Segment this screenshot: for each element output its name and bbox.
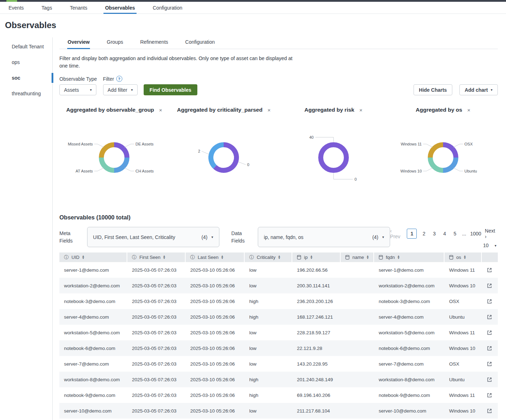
segment-label-40: 40 bbox=[309, 135, 313, 139]
column-header-criticality[interactable]: ⓘCriticality▲▼ bbox=[245, 252, 292, 262]
fields-row: Meta Fields UID, First Seen, Last Seen, … bbox=[59, 226, 498, 248]
sidebar-item-soc[interactable]: soc bbox=[0, 70, 52, 86]
column-header-first-seen[interactable]: ⓘFirst Seen▲▼ bbox=[127, 252, 186, 262]
sidebar-item-threathunting[interactable]: threathunting bbox=[0, 86, 52, 101]
tab-configuration[interactable]: Configuration bbox=[185, 37, 215, 49]
cell-first-seen: 2025-03-05 07:26:03 bbox=[127, 361, 186, 367]
column-header-last-seen[interactable]: ⓘLast Seen▲▼ bbox=[186, 252, 245, 262]
page-2[interactable]: 2 bbox=[421, 231, 427, 236]
cell-ip: 236.203.200.126 bbox=[292, 299, 341, 304]
tab-groups[interactable]: Groups bbox=[106, 37, 123, 49]
page-5[interactable]: 5 bbox=[452, 231, 458, 236]
close-icon[interactable]: × bbox=[467, 107, 470, 113]
column-header-fqdn[interactable]: fqdn▲▼ bbox=[374, 252, 444, 262]
page-size-select[interactable]: 10 ▾ bbox=[483, 243, 496, 248]
nav-item-observables[interactable]: Observables bbox=[104, 2, 135, 14]
donut-segment-at-assets bbox=[101, 158, 114, 170]
sidebar-item-default-tenant[interactable]: Default Tenant bbox=[0, 39, 52, 54]
sort-icon[interactable]: ▲▼ bbox=[278, 255, 280, 259]
page-1000[interactable]: 1000 bbox=[470, 231, 481, 236]
database-icon bbox=[379, 255, 383, 260]
cell-os: Windows 10 bbox=[444, 283, 482, 288]
cell-actions bbox=[482, 408, 498, 414]
cell-os: Windows 11 bbox=[444, 393, 482, 398]
prev-page-button[interactable]: ‹ Prev bbox=[390, 228, 403, 239]
column-label: First Seen bbox=[139, 255, 160, 260]
cell-first-seen: 2025-03-05 07:26:03 bbox=[127, 346, 186, 351]
cell-os: Windows 11 bbox=[444, 267, 482, 273]
close-icon[interactable]: × bbox=[359, 107, 362, 113]
hide-charts-button[interactable]: Hide Charts bbox=[414, 84, 452, 95]
sort-icon[interactable]: ▲▼ bbox=[398, 255, 399, 259]
external-link-icon[interactable] bbox=[486, 361, 492, 367]
observable-type-value: Assets bbox=[64, 87, 79, 93]
close-icon[interactable]: × bbox=[267, 107, 271, 113]
add-chart-button[interactable]: Add chart ▾ bbox=[459, 84, 498, 95]
donut-segment-de-assets bbox=[114, 145, 127, 158]
column-header-os[interactable]: os▲▼ bbox=[444, 252, 482, 262]
sort-icon[interactable]: ▲▼ bbox=[222, 255, 223, 259]
nav-item-tags[interactable]: Tags bbox=[41, 2, 53, 14]
external-link-icon[interactable] bbox=[486, 267, 492, 273]
tab-overview[interactable]: Overview bbox=[67, 37, 90, 49]
table-header-row: ⓘUID▲▼ⓘFirst Seen▲▼ⓘLast Seen▲▼ⓘCritical… bbox=[59, 252, 498, 262]
cell-ip: 143.20.228.95 bbox=[292, 361, 341, 367]
tab-refinements[interactable]: Refinements bbox=[140, 37, 169, 49]
sidebar-item-ops[interactable]: ops bbox=[0, 54, 52, 70]
external-link-icon[interactable] bbox=[486, 392, 492, 398]
cell-last-seen: 2025-03-10 05:26:06 bbox=[186, 283, 245, 288]
cell-first-seen: 2025-03-05 07:26:03 bbox=[127, 314, 186, 320]
column-label: Criticality bbox=[257, 255, 276, 260]
external-link-icon[interactable] bbox=[486, 408, 492, 414]
chart-title: Aggregated by os bbox=[416, 107, 462, 113]
nav-item-events[interactable]: Events bbox=[8, 2, 25, 14]
meta-fields-select[interactable]: UID, First Seen, Last Seen, Criticality … bbox=[87, 227, 219, 247]
column-label: fqdn bbox=[386, 255, 395, 260]
cell-first-seen: 2025-03-05 07:26:03 bbox=[127, 267, 186, 273]
close-icon[interactable]: × bbox=[159, 107, 162, 113]
cell-os: OSX bbox=[444, 361, 482, 367]
cell-ip: 201.240.248.149 bbox=[292, 377, 341, 382]
external-link-icon[interactable] bbox=[486, 345, 492, 351]
page-1[interactable]: 1 bbox=[407, 229, 417, 239]
filter-controls: Observable Type Assets ▾ Filter ? Add fi… bbox=[59, 76, 498, 95]
sort-icon[interactable]: ▲▼ bbox=[310, 255, 312, 259]
data-fields-select[interactable]: ip, name, fqdn, os (4) ▾ bbox=[258, 227, 390, 247]
primary-nav: EventsTagsTenantsObservablesConfiguratio… bbox=[0, 2, 506, 14]
column-header-name[interactable]: name▲▼ bbox=[341, 252, 374, 262]
next-page-button[interactable]: Next › bbox=[485, 228, 498, 239]
sort-icon[interactable]: ▲▼ bbox=[367, 255, 369, 259]
cell-uid: server-7@demo.com bbox=[59, 361, 127, 367]
add-filter-button[interactable]: Add filter ▾ bbox=[103, 84, 138, 95]
cell-fqdn: server-7@demo.com bbox=[374, 361, 444, 367]
cell-first-seen: 2025-03-05 07:26:03 bbox=[127, 283, 186, 288]
nav-item-tenants[interactable]: Tenants bbox=[69, 2, 88, 14]
add-chart-label: Add chart bbox=[465, 87, 488, 93]
chart-title: Aggregated by criticality_parsed bbox=[177, 107, 262, 113]
sort-icon[interactable]: ▲▼ bbox=[82, 255, 84, 259]
page-size-value: 10 bbox=[483, 243, 489, 248]
page-4[interactable]: 4 bbox=[441, 231, 448, 236]
page-3[interactable]: 3 bbox=[431, 231, 437, 236]
help-icon[interactable]: ? bbox=[116, 76, 122, 82]
cell-ip: 228.218.59.127 bbox=[292, 330, 341, 335]
sort-icon[interactable]: ▲▼ bbox=[464, 255, 466, 259]
cell-criticality: low bbox=[245, 283, 292, 288]
external-link-icon[interactable] bbox=[486, 314, 492, 320]
external-link-icon[interactable] bbox=[486, 330, 492, 336]
segment-label-windows-10: Windows 10 bbox=[400, 169, 422, 173]
cell-actions bbox=[482, 330, 498, 336]
nav-item-configuration[interactable]: Configuration bbox=[152, 2, 183, 14]
column-label: name bbox=[352, 255, 364, 260]
external-link-icon[interactable] bbox=[486, 283, 492, 289]
observable-type-select[interactable]: Assets ▾ bbox=[59, 84, 96, 95]
donut-segment-ch-assets bbox=[114, 158, 127, 170]
column-header-ip[interactable]: ip▲▼ bbox=[292, 252, 341, 262]
external-link-icon[interactable] bbox=[486, 298, 492, 304]
segment-label-de-assets: DE Assets bbox=[135, 142, 154, 146]
column-header-uid[interactable]: ⓘUID▲▼ bbox=[59, 252, 127, 262]
external-link-icon[interactable] bbox=[486, 377, 492, 383]
meta-fields-label: Meta Fields bbox=[59, 230, 87, 245]
sort-icon[interactable]: ▲▼ bbox=[163, 255, 165, 259]
find-observables-button[interactable]: Find Observables bbox=[144, 84, 197, 95]
